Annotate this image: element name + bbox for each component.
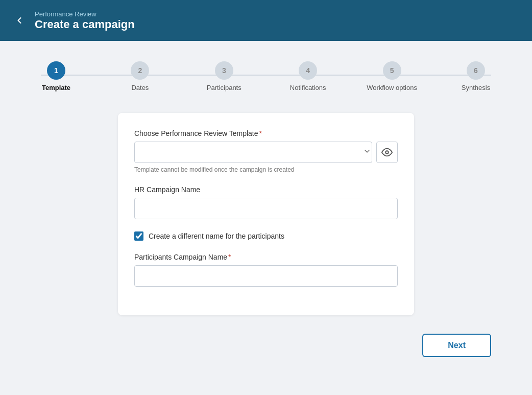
participants-name-input[interactable] <box>134 265 398 287</box>
template-select-wrapper <box>134 142 398 163</box>
preview-template-button[interactable] <box>376 142 398 163</box>
bottom-bar: Next <box>10 323 522 367</box>
stepper: 1 Template 2 Dates 3 Participants 4 Noti… <box>10 61 522 92</box>
main-content: 1 Template 2 Dates 3 Participants 4 Noti… <box>0 41 532 378</box>
step-circle-4: 4 <box>299 61 317 80</box>
template-hint: Template cannot be modified once the cam… <box>134 166 398 173</box>
participants-name-field-group: Participants Campaign Name* <box>134 253 398 287</box>
campaign-name-field-group: HR Campaign Name <box>134 185 398 219</box>
step-1: 1 Template <box>26 61 87 92</box>
template-label: Choose Performance Review Template* <box>134 129 398 137</box>
step-3: 3 Participants <box>194 61 255 92</box>
step-circle-5: 5 <box>383 61 401 80</box>
step-circle-1: 1 <box>47 61 65 80</box>
step-label-4: Notifications <box>290 84 326 92</box>
participants-name-label: Participants Campaign Name* <box>134 253 398 261</box>
different-name-label: Create a different name for the particip… <box>149 232 284 240</box>
header: Performance Review Create a campaign <box>0 0 532 41</box>
step-4: 4 Notifications <box>277 61 338 92</box>
step-label-2: Dates <box>131 84 149 92</box>
campaign-name-label: HR Campaign Name <box>134 185 398 194</box>
step-2: 2 Dates <box>109 61 171 92</box>
step-6: 6 Synthesis <box>445 61 506 92</box>
required-star-template: * <box>259 129 262 137</box>
step-label-5: Workflow options <box>367 84 417 92</box>
header-text: Performance Review Create a campaign <box>35 10 135 31</box>
step-5: 5 Workflow options <box>361 61 423 92</box>
step-circle-3: 3 <box>215 61 233 80</box>
header-subtitle: Performance Review <box>35 10 135 18</box>
svg-point-0 <box>385 151 389 154</box>
step-circle-2: 2 <box>131 61 149 80</box>
template-field-group: Choose Performance Review Template* <box>134 129 398 173</box>
form-card: Choose Performance Review Template* <box>118 113 414 315</box>
stepper-line <box>41 75 491 76</box>
next-button[interactable]: Next <box>422 334 491 357</box>
required-star-participants: * <box>228 253 231 261</box>
different-name-checkbox[interactable] <box>134 231 143 241</box>
different-name-checkbox-row: Create a different name for the particip… <box>134 231 398 241</box>
template-select[interactable] <box>134 142 372 163</box>
step-circle-6: 6 <box>467 61 485 80</box>
step-label-6: Synthesis <box>462 84 490 92</box>
step-label-1: Template <box>42 84 70 92</box>
campaign-name-input[interactable] <box>134 198 398 219</box>
step-label-3: Participants <box>207 84 241 92</box>
back-button[interactable] <box>12 13 27 28</box>
header-title: Create a campaign <box>35 18 135 31</box>
